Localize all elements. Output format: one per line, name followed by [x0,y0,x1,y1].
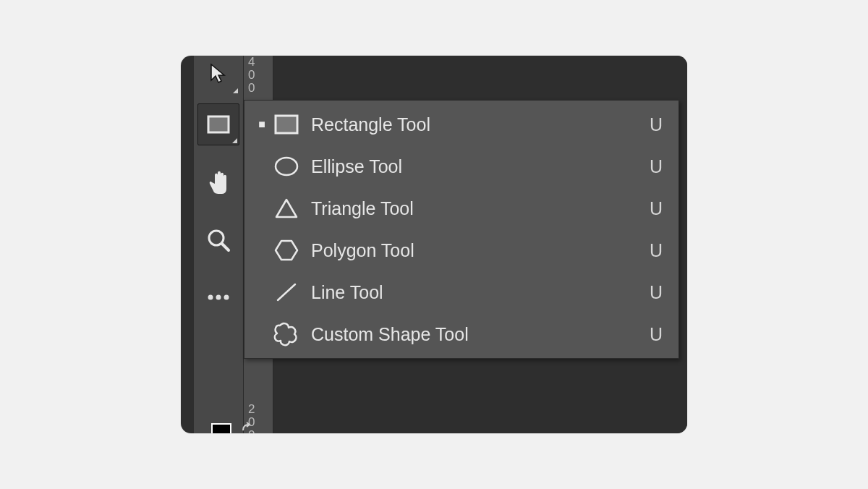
svg-point-7 [276,158,297,175]
flyout-item-label: Rectangle Tool [304,114,645,135]
svg-marker-8 [276,241,297,260]
polygon-icon [269,238,304,263]
triangle-icon [269,197,304,220]
svg-line-2 [222,244,229,250]
rectangle-icon [207,115,230,134]
flyout-item-shortcut: U [645,240,663,261]
svg-rect-6 [276,116,297,133]
flyout-indicator-icon [233,88,238,93]
flyout-item-rectangle[interactable]: ■ Rectangle Tool U [244,103,678,145]
svg-rect-0 [208,116,229,132]
flyout-item-label: Ellipse Tool [304,156,645,177]
ruler-mark-top: 4 0 0 [248,56,255,95]
line-icon [269,280,304,305]
flyout-item-triangle[interactable]: Triangle Tool U [244,187,678,229]
flyout-item-shortcut: U [645,156,663,177]
hand-icon [206,169,231,195]
shape-tools-flyout: ■ Rectangle Tool U Ellipse Tool U Triang… [244,100,679,359]
hand-tool-button[interactable] [197,161,239,203]
flyout-item-polygon[interactable]: Polygon Tool U [244,229,678,271]
app-screenshot-card: 4 0 0 2 0 0 [181,56,687,433]
svg-line-9 [278,284,295,300]
svg-point-4 [216,295,221,300]
tools-toolbar [194,56,243,433]
rectangle-icon [269,114,304,135]
ellipse-icon [269,156,304,177]
blob-icon [269,321,304,347]
flyout-item-ellipse[interactable]: Ellipse Tool U [244,145,678,187]
flyout-item-shortcut: U [645,282,663,303]
flyout-item-label: Custom Shape Tool [304,324,645,345]
svg-point-3 [208,295,213,300]
flyout-item-shortcut: U [645,114,663,135]
zoom-tool-button[interactable] [197,219,239,261]
move-tool-button[interactable] [197,56,239,95]
ellipsis-icon [207,294,230,301]
flyout-item-custom-shape[interactable]: Custom Shape Tool U [244,313,678,355]
flyout-item-label: Polygon Tool [304,240,645,261]
selected-indicator-icon: ■ [255,118,269,131]
svg-point-5 [224,295,229,300]
flyout-item-label: Triangle Tool [304,198,645,219]
magnifier-icon [206,228,231,252]
rectangle-tool-button[interactable] [197,103,239,145]
color-swatches[interactable] [208,420,252,433]
swap-colors-icon[interactable] [241,422,254,433]
foreground-color-swatch[interactable] [211,423,231,433]
flyout-indicator-icon [232,138,237,143]
more-tools-button[interactable] [197,283,239,312]
flyout-item-label: Line Tool [304,282,645,303]
flyout-item-shortcut: U [645,324,663,345]
flyout-item-line[interactable]: Line Tool U [244,271,678,313]
cursor-icon [208,63,229,85]
flyout-item-shortcut: U [645,198,663,219]
